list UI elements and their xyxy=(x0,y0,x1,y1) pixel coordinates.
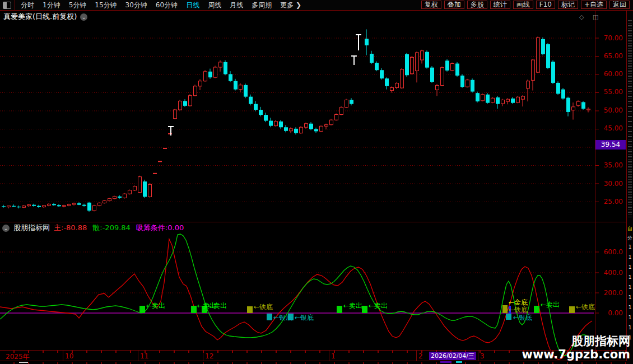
clipped-pane-strip xyxy=(0,361,633,364)
date-axis-separator xyxy=(138,351,138,361)
period-tab-60分钟[interactable]: 60分钟 xyxy=(156,0,178,10)
toolbar-button-+自选[interactable]: +自选 xyxy=(581,1,607,9)
signal-label-银底: ←银底 xyxy=(295,313,314,323)
candle-up xyxy=(501,100,505,104)
candle-up xyxy=(572,107,575,110)
candle-down xyxy=(430,68,434,82)
price-axis-label: 35.00 xyxy=(596,161,623,169)
candle-up xyxy=(481,95,485,101)
toolbar-button-统计[interactable]: 统计 xyxy=(490,1,510,9)
candle-up xyxy=(290,129,293,131)
trading-terminal: 分时1分钟5分钟15分钟30分钟60分钟日线周线月线多周期更多 ❯ 复权叠加多股… xyxy=(0,0,633,364)
candle-up xyxy=(189,96,192,106)
signal-block xyxy=(191,306,197,313)
period-tab-1分钟[interactable]: 1分钟 xyxy=(43,0,60,10)
signal-label-卖出: ←卖出 xyxy=(369,301,388,311)
candle-down xyxy=(82,205,86,206)
price-axis-label: 50.00 xyxy=(596,106,623,114)
signal-block xyxy=(362,306,367,313)
candle-down xyxy=(208,72,212,77)
strip-digit[interactable]: 1 xyxy=(627,274,633,280)
candle-up xyxy=(395,83,399,88)
candle-down xyxy=(455,64,459,76)
date-axis-separator xyxy=(63,351,63,361)
date-axis-separator xyxy=(203,351,203,361)
candle-up xyxy=(113,197,117,199)
strip-char-top[interactable]: 自 xyxy=(627,225,633,232)
chevron-down-icon[interactable]: ⌄ xyxy=(2,225,10,232)
indicator-name[interactable]: 股朋指标网 xyxy=(13,223,50,233)
period-tab-分时[interactable]: 分时 xyxy=(21,0,34,10)
toolbar-button-画线[interactable]: 画线 xyxy=(513,1,533,9)
candle-up xyxy=(43,206,46,207)
strip-digit[interactable]: 1 xyxy=(627,244,633,250)
strip-digit[interactable]: 1 xyxy=(627,284,633,290)
strip-digit[interactable]: 1 xyxy=(627,264,633,270)
candle-up xyxy=(537,38,540,72)
candle-up xyxy=(138,177,142,193)
period-tab-日线[interactable]: 日线 xyxy=(186,0,199,10)
candle-up xyxy=(179,101,182,110)
toolbar-button-F10[interactable]: F10 xyxy=(536,1,555,9)
strip-digit[interactable]: 1 xyxy=(627,315,633,320)
candle-down xyxy=(183,101,187,105)
toolbar-button-多股[interactable]: 多股 xyxy=(467,1,487,9)
strip-digit[interactable]: 1 xyxy=(627,305,633,310)
strip-digit[interactable]: 1 xyxy=(627,325,633,330)
candle-down xyxy=(314,129,318,132)
toolbar-button-返回[interactable]: 返回 xyxy=(609,1,630,9)
candle-up xyxy=(73,203,76,204)
candle-up xyxy=(133,186,137,190)
date-tag: 2026/02/04/三 xyxy=(429,352,476,360)
candle-down xyxy=(405,54,409,76)
candle-up xyxy=(411,57,414,73)
period-tab-30分钟[interactable]: 30分钟 xyxy=(125,0,147,10)
candle-up xyxy=(451,64,454,71)
period-tab-5分钟[interactable]: 5分钟 xyxy=(69,0,87,10)
indicator-axis-label: 400.0 xyxy=(596,269,623,277)
candle-up xyxy=(491,98,495,102)
indicator-value-吸筹条件: 吸筹条件:0.00 xyxy=(136,223,184,232)
page-title: 真爱美家(日线.前复权) xyxy=(3,12,77,22)
indicator-value-散: 散:-209.84 xyxy=(92,223,131,232)
chevron-down-icon[interactable]: ⌄ xyxy=(80,13,87,21)
chart-corner-icons[interactable]: ◇ ◫ xyxy=(579,13,602,21)
clipped-fragment xyxy=(440,361,452,363)
toolbar-button-复权[interactable]: 复权 xyxy=(421,1,441,9)
strip-char-second[interactable]: 分 xyxy=(627,235,633,242)
watermark-line2: www.7gpzb.com xyxy=(522,348,630,361)
candle-up xyxy=(239,85,243,90)
candle-up xyxy=(587,109,590,110)
candle-down xyxy=(309,124,313,129)
candle-down xyxy=(2,206,6,207)
layout-toggle-icon[interactable] xyxy=(3,2,11,9)
candle-down xyxy=(254,104,258,110)
candle-down xyxy=(385,78,389,86)
period-tab-周线[interactable]: 周线 xyxy=(208,0,221,10)
strip-digit[interactable]: 1 xyxy=(627,254,633,260)
indicator-value-主: 主:-80.88 xyxy=(54,223,87,232)
strip-digit[interactable]: 1 xyxy=(627,295,633,300)
candle-up xyxy=(63,206,66,206)
period-tab-月线[interactable]: 月线 xyxy=(230,0,243,10)
toolbar-button-叠加[interactable]: 叠加 xyxy=(444,1,464,9)
signal-label-卖出: ←卖出 xyxy=(541,300,560,310)
period-tab-更多 ❯[interactable]: 更多 ❯ xyxy=(280,0,301,10)
chart-canvas[interactable] xyxy=(0,0,633,364)
candle-up xyxy=(401,69,404,88)
signal-label-卖出: ←卖出 xyxy=(208,301,227,311)
toolbar-button-标记[interactable]: 标记 xyxy=(558,1,578,9)
indicator-axis-label: 600.0 xyxy=(596,248,623,256)
top-toolbar: 分时1分钟5分钟15分钟30分钟60分钟日线周线月线多周期更多 ❯ 复权叠加多股… xyxy=(0,0,633,11)
pane-divider[interactable] xyxy=(0,222,626,222)
candle-down xyxy=(52,204,56,205)
signal-label-卖出: ←卖出 xyxy=(146,301,165,311)
date-axis-separator xyxy=(416,351,417,361)
period-tab-15分钟[interactable]: 15分钟 xyxy=(95,0,117,10)
period-tab-多周期[interactable]: 多周期 xyxy=(252,0,272,10)
date-axis-label: 11 xyxy=(140,352,148,360)
signal-label-银底: ←银底 xyxy=(273,313,292,323)
candle-up xyxy=(300,127,303,133)
right-sidebar-strip[interactable]: 自 分 1111111111 xyxy=(627,0,633,364)
price-axis-label: 60.00 xyxy=(596,70,623,78)
